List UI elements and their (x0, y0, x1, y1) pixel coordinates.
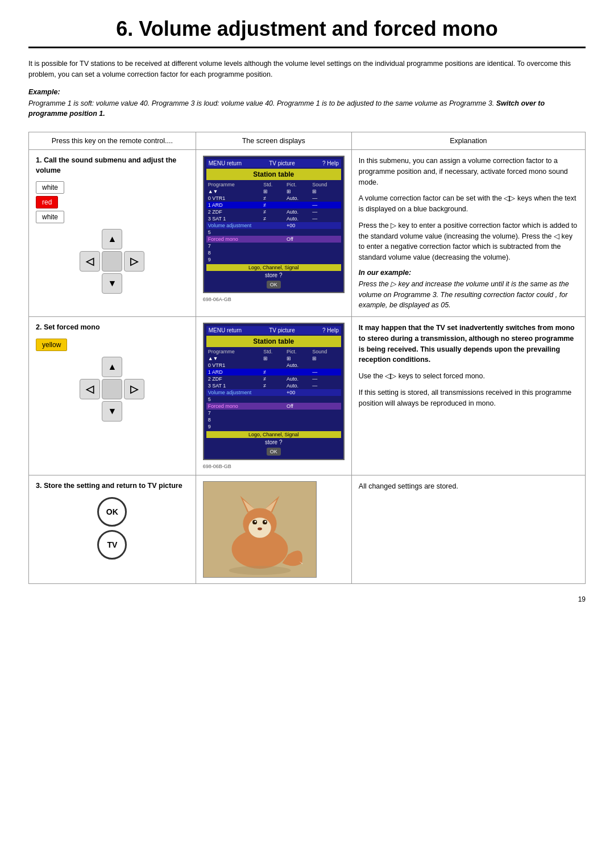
header-screen: The screen displays (196, 132, 351, 150)
tv-menu-1: MENU return (209, 160, 242, 166)
tv-menu-2: MENU return (209, 327, 242, 333)
page-number: 19 (28, 595, 586, 603)
tv-ok-1: OK (206, 279, 341, 290)
tv-title-1: Station table (206, 169, 341, 180)
step1-explanation-cell: In this submenu, you can assign a volume… (351, 150, 585, 317)
tv-bottom-1: Logo, Channel, Signal (206, 264, 341, 271)
dpad-left: ◁ (80, 251, 100, 272)
tv-screen-1: MENU return TV picture ? Help Station ta… (203, 156, 345, 293)
main-instruction-table: Press this key on the remote control....… (28, 132, 586, 584)
svg-point-10 (254, 521, 256, 523)
tv-picture-1: TV picture (269, 160, 295, 166)
tv-topbar-2: MENU return TV picture ? Help (206, 326, 341, 335)
step2-explanation-cell: It may happen that the TV set inadverten… (351, 317, 585, 475)
svg-point-12 (258, 528, 262, 531)
dpad2-right: ▷ (124, 379, 144, 399)
dpad-center (102, 251, 122, 272)
step2-label: 2. Set forced mono (36, 323, 189, 333)
dpad-1: ▲ ◁ ▷ ▼ (36, 229, 189, 294)
dpad2-up: ▲ (102, 357, 122, 377)
tv-ok-2: OK (206, 446, 341, 457)
tv-button: TV (97, 530, 127, 560)
exp2-para2: If this setting is stored, all transmiss… (359, 387, 578, 409)
key-red: red (36, 196, 58, 208)
dpad-up: ▲ (102, 229, 122, 249)
example-italic-text: Programme 1 is soft: volume value 40. Pr… (28, 99, 494, 107)
tv-help-2: ? Help (322, 327, 339, 333)
tv-bottom-2: Logo, Channel, Signal (206, 431, 341, 438)
step1-keys: white red white (36, 181, 189, 223)
step1-screen-cell: MENU return TV picture ? Help Station ta… (196, 150, 351, 317)
dpad-down: ▼ (102, 273, 122, 294)
key-yellow: yellow (36, 339, 67, 351)
header-remote: Press this key on the remote control.... (29, 132, 196, 150)
step3-keys: OK TV (36, 497, 189, 560)
ok-button: OK (97, 497, 127, 527)
tv-store-1: store ? (206, 271, 341, 279)
tv-store-2: store ? (206, 438, 341, 446)
step2-remote-cell: 2. Set forced mono yellow ▲ ◁ ▷ ▼ (29, 317, 196, 475)
tv-table-2: ProgrammeStd.Pict.Sound ▲▼⊞⊞⊞ 0 VTR1Auto… (206, 348, 341, 430)
dpad2-center (102, 379, 122, 399)
example-text: Programme 1 is soft: volume value 40. Pr… (28, 98, 586, 120)
tv-picture-2: TV picture (269, 327, 295, 333)
step2-screen-cell: MENU return TV picture ? Help Station ta… (196, 317, 351, 475)
step1-label: 1. Call the sound submenu and adjust the… (36, 156, 189, 176)
exp1-para1: In this submenu, you can assign a volume… (359, 156, 578, 187)
exp2-para1: Use the ◁▷ keys to select forced mono. (359, 371, 578, 382)
exp1-para3: Press the ▷ key to enter a positive corr… (359, 220, 578, 263)
step1-remote-cell: 1. Call the sound submenu and adjust the… (29, 150, 196, 317)
tv-topbar-1: MENU return TV picture ? Help (206, 159, 341, 168)
step3-remote-cell: 3. Store the setting and return to TV pi… (29, 475, 196, 584)
step3-screen-cell (196, 475, 351, 584)
dpad2-down: ▼ (102, 401, 122, 422)
key-white-1: white (36, 181, 64, 194)
exp3-text: All changed settings are stored. (359, 481, 578, 492)
dpad-2: ▲ ◁ ▷ ▼ (36, 357, 189, 422)
tv-footnote-2: 698-06B-GB (203, 464, 345, 469)
svg-point-13 (229, 566, 291, 575)
example-label: Example: (28, 88, 586, 96)
tv-table-1: ProgrammeStd.Pict.Sound ▲▼⊞⊞⊞ 0 VTR1≠Aut… (206, 181, 341, 263)
exp2-bold: It may happen that the TV set inadverten… (359, 323, 578, 365)
dpad-right: ▷ (124, 251, 144, 272)
svg-point-11 (264, 521, 266, 523)
tv-help-1: ? Help (322, 160, 339, 166)
step3-label: 3. Store the setting and return to TV pi… (36, 481, 189, 491)
in-our-example-label: In our example: (359, 269, 578, 277)
page-title: 6. Volume adjustment and forced mono (28, 17, 586, 48)
header-explanation: Explanation (351, 132, 585, 150)
in-our-example-text: Press the ▷ key and increase the volume … (359, 279, 578, 311)
step3-explanation-cell: All changed settings are stored. (351, 475, 585, 584)
step2-keys: yellow (36, 339, 189, 351)
tv-title-2: Station table (206, 336, 341, 347)
tv-footnote-1: 698-06A-GB (203, 297, 345, 302)
intro-paragraph: It is possible for TV stations to be rec… (28, 59, 586, 80)
dpad2-left: ◁ (80, 379, 100, 399)
key-white-2: white (36, 211, 64, 223)
tv-screen-2: MENU return TV picture ? Help Station ta… (203, 323, 345, 460)
exp1-para2: A volume correction factor can be set wi… (359, 193, 578, 215)
fox-image (203, 481, 317, 578)
